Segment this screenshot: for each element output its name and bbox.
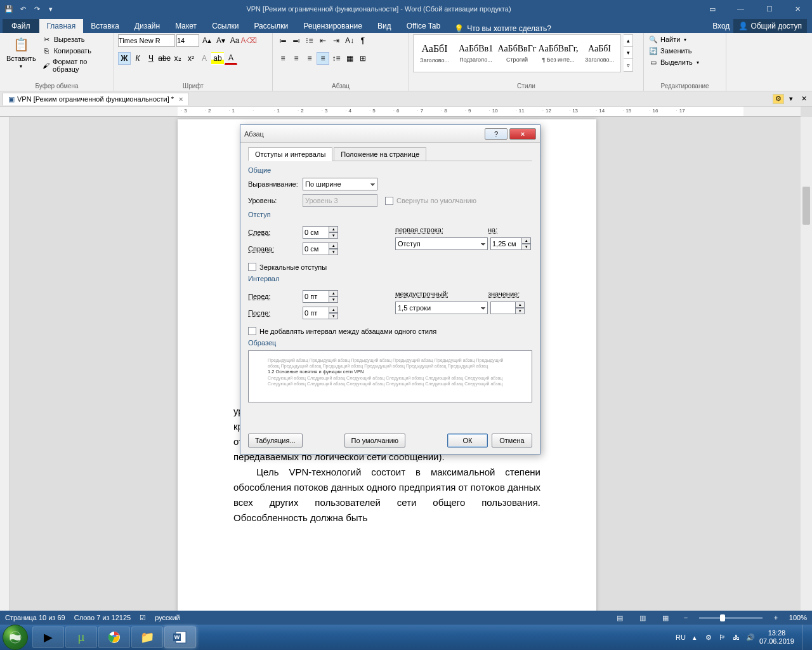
read-mode-icon[interactable]: ▤ [613,612,627,623]
print-layout-icon[interactable]: ▥ [636,612,650,623]
label-at: значение: [488,290,526,298]
label-before: Перед: [248,293,303,300]
mirror-indents-checkbox[interactable] [248,263,256,271]
chrome-icon [107,630,121,644]
web-layout-icon[interactable]: ▦ [658,612,672,623]
preview-box: Предыдущий абзац Предыдущий абзац Предыд… [248,350,532,402]
label-indent-right: Справа: [248,245,303,253]
dialog-body: Отступы и интервалы Положение на страниц… [240,143,540,409]
cancel-button[interactable]: Отмена [492,434,532,448]
zoom-in-button[interactable]: + [771,614,780,621]
taskbar-chrome[interactable] [98,627,130,648]
label-outline-level: Уровень: [248,197,303,204]
label-same-style: Не добавлять интервал между абзацами одн… [259,328,436,335]
tray-show-hidden-icon[interactable]: ▴ [690,632,700,642]
section-indent: Отступ [248,211,532,218]
line-spacing-combo[interactable]: 1,5 строки [395,302,488,314]
taskbar-media-player[interactable]: ▶ [32,627,64,648]
taskbar-word[interactable]: W [164,627,196,648]
taskbar-utorrent[interactable]: µ [65,627,97,648]
tray-network-icon[interactable]: 🖧 [731,632,742,642]
section-general: Общие [248,166,532,174]
dialog-tabs: Отступы и интервалы Положение на страниц… [248,147,532,161]
tab-line-breaks[interactable]: Положение на странице [334,147,426,161]
page-status[interactable]: Страница 10 из 69 [5,614,65,621]
tab-indents-spacing[interactable]: Отступы и интервалы [248,147,332,161]
language-status[interactable]: русский [155,614,180,621]
label-alignment: Выравнивание: [248,180,303,188]
label-mirror-indents: Зеркальные отступы [259,263,327,271]
ok-button[interactable]: ОК [447,434,488,448]
dialog-titlebar[interactable]: Абзац ? × [240,125,540,143]
tray-volume-icon[interactable]: 🔊 [745,632,756,642]
proofing-status[interactable]: ☑ [140,614,146,622]
label-indent-left: Слева: [248,229,303,236]
outline-level-combo: Уровень 3 [303,194,377,207]
paragraph-dialog: Абзац ? × Отступы и интервалы Положение … [240,124,540,454]
word-count-status[interactable]: Слово 7 из 12125 [74,614,131,621]
collapse-checkbox [385,197,393,205]
zoom-level[interactable]: 100% [789,614,807,621]
before-spinner[interactable]: ▴▾ [303,290,338,303]
indent-left-spinner[interactable]: ▴▾ [303,226,338,239]
first-line-combo[interactable]: Отступ [395,237,488,250]
taskbar-explorer[interactable]: 📁 [131,627,163,648]
label-by: на: [488,226,520,234]
label-line-spacing: междустрочный: [395,290,465,298]
label-first-line: первая строка: [395,226,465,234]
tray-clock[interactable]: 13:28 07.06.2019 [759,629,794,646]
after-spinner[interactable]: ▴▾ [303,307,338,319]
indent-right-spinner[interactable]: ▴▾ [303,242,338,255]
section-preview: Образец [248,339,532,347]
tabs-button[interactable]: Табуляция... [248,434,303,448]
tray-action-center-icon[interactable]: 🏳 [717,632,728,642]
taskbar: ▶ µ 📁 W RU ▴ ⚙ 🏳 🖧 🔊 13:28 07.06.2019 [0,625,812,650]
section-spacing: Интервал [248,275,532,282]
default-button[interactable]: По умолчанию [344,434,405,448]
word-icon: W [173,630,188,644]
windows-icon [9,631,22,644]
dialog-help-button[interactable]: ? [485,128,508,140]
tray-devices-icon[interactable]: ⚙ [704,632,714,642]
dialog-close-button[interactable]: × [509,128,536,140]
first-line-by-spinner[interactable]: ▴▾ [490,237,531,250]
system-tray: RU ▴ ⚙ 🏳 🖧 🔊 13:28 07.06.2019 [676,625,809,650]
zoom-out-button[interactable]: − [681,614,690,621]
dialog-title: Абзац [244,130,483,138]
at-spinner[interactable]: ▴▾ [490,302,525,314]
dialog-footer: Табуляция... По умолчанию ОК Отмена [248,434,532,448]
start-button[interactable] [3,625,28,650]
alignment-combo[interactable]: По ширине [303,178,377,190]
label-after: После: [248,309,303,317]
zoom-slider[interactable] [699,617,763,619]
tray-lang[interactable]: RU [676,633,686,641]
show-desktop-button[interactable] [802,625,808,650]
status-bar: Страница 10 из 69 Слово 7 из 12125 ☑ рус… [0,611,812,625]
label-collapse: Свернуты по умолчанию [396,197,476,204]
dialog-backdrop: Абзац ? × Отступы и интервалы Положение … [0,0,812,650]
svg-text:W: W [174,634,180,640]
same-style-spacing-checkbox[interactable] [248,327,256,335]
